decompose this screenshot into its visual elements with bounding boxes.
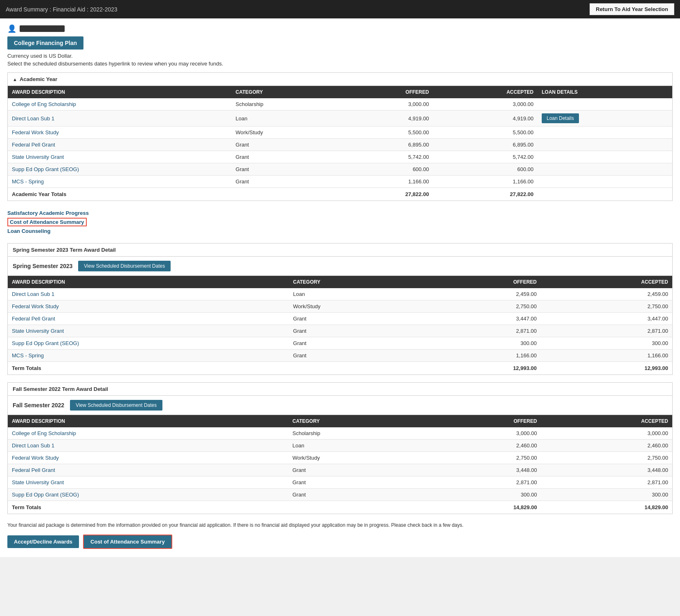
- col-category: CATEGORY: [232, 86, 338, 98]
- category-cell: Work/Study: [232, 126, 338, 139]
- loan-details-cell: [538, 139, 672, 151]
- category-cell: Grant: [289, 325, 422, 337]
- user-row: 👤: [7, 24, 673, 33]
- loan-details-cell: Loan Details: [538, 111, 672, 126]
- col-award-description: AWARD DESCRIPTION: [8, 86, 232, 98]
- chevron-up-icon: ▲: [13, 77, 17, 82]
- award-description-cell: Federal Work Study: [8, 452, 288, 464]
- award-description-cell: Direct Loan Sub 1: [8, 111, 232, 126]
- accepted-cell: 300.00: [541, 489, 672, 501]
- offered-cell: 1,166.00: [422, 350, 541, 362]
- award-link[interactable]: Direct Loan Sub 1: [12, 291, 54, 297]
- col-spring-award-description: AWARD DESCRIPTION: [8, 276, 289, 288]
- award-description-cell: Federal Pell Grant: [8, 464, 288, 476]
- accepted-cell: 6,895.00: [433, 139, 538, 151]
- spring-term-sub-header: Spring Semester 2023 View Scheduled Disb…: [8, 257, 672, 276]
- offered-cell: 3,447.00: [422, 313, 541, 325]
- accepted-cell: 5,500.00: [433, 126, 538, 139]
- category-cell: Loan: [232, 111, 338, 126]
- academic-year-table: AWARD DESCRIPTION CATEGORY OFFERED ACCEP…: [8, 86, 672, 201]
- award-link[interactable]: Federal Work Study: [12, 455, 59, 461]
- award-link[interactable]: Federal Pell Grant: [12, 467, 55, 473]
- category-cell: Grant: [289, 337, 422, 350]
- spring-view-dates-button[interactable]: View Scheduled Disbursement Dates: [78, 261, 171, 271]
- award-link[interactable]: Supp Ed Opp Grant (SEOG): [12, 340, 79, 346]
- accepted-cell: 3,000.00: [433, 98, 538, 111]
- award-link[interactable]: Federal Work Study: [12, 129, 59, 135]
- offered-cell: 2,460.00: [422, 440, 541, 452]
- award-description-cell: Federal Pell Grant: [8, 313, 289, 325]
- award-description-cell: Supp Ed Opp Grant (SEOG): [8, 337, 289, 350]
- accepted-cell: 2,460.00: [541, 440, 672, 452]
- coa-summary-button[interactable]: Cost of Attendance Summary: [83, 535, 172, 549]
- loan-details-cell: [538, 163, 672, 176]
- fall-totals-label: Term Totals: [8, 501, 288, 514]
- award-link[interactable]: Direct Loan Sub 1: [12, 442, 54, 449]
- satisfactory-academic-progress-link[interactable]: Satisfactory Academic Progress: [7, 210, 673, 216]
- award-link[interactable]: State University Grant: [12, 479, 64, 485]
- academic-year-totals-row: Academic Year Totals 27,822.00 27,822.00: [8, 188, 672, 201]
- award-link[interactable]: Federal Pell Grant: [12, 316, 55, 322]
- table-row: College of Eng Scholarship Scholarship 3…: [8, 98, 672, 111]
- award-link[interactable]: College of Eng Scholarship: [12, 430, 76, 436]
- award-link[interactable]: MCS - Spring: [12, 352, 44, 359]
- col-offered: OFFERED: [338, 86, 433, 98]
- offered-cell: 5,742.00: [338, 151, 433, 163]
- award-link[interactable]: MCS - Spring: [12, 178, 44, 185]
- accepted-cell: 2,871.00: [541, 325, 672, 337]
- accepted-cell: 300.00: [541, 337, 672, 350]
- spring-term-title: Spring Semester 2023: [13, 263, 72, 269]
- award-description-cell: State University Grant: [8, 151, 232, 163]
- table-row: State University Grant Grant 2,871.00 2,…: [8, 476, 672, 489]
- college-financing-plan-button[interactable]: College Financing Plan: [7, 36, 83, 50]
- award-description-cell: Direct Loan Sub 1: [8, 440, 288, 452]
- table-row: MCS - Spring Grant 1,166.00 1,166.00: [8, 350, 672, 362]
- currency-note: Currency used is US Dollar.: [7, 53, 673, 59]
- col-spring-offered: OFFERED: [422, 276, 541, 288]
- offered-cell: 2,750.00: [422, 452, 541, 464]
- accepted-cell: 2,750.00: [541, 452, 672, 464]
- award-link[interactable]: Supp Ed Opp Grant (SEOG): [12, 492, 79, 498]
- links-section: Satisfactory Academic Progress Cost of A…: [7, 208, 673, 237]
- accepted-cell: 2,871.00: [541, 476, 672, 489]
- award-link[interactable]: State University Grant: [12, 328, 64, 334]
- loan-details-button[interactable]: Loan Details: [542, 113, 579, 123]
- accepted-cell: 2,459.00: [541, 288, 672, 300]
- col-fall-offered: OFFERED: [422, 415, 541, 427]
- accepted-cell: 3,447.00: [541, 313, 672, 325]
- main-content: 👤 College Financing Plan Currency used i…: [0, 18, 680, 557]
- spring-term-section: Spring Semester 2023 Term Award Detail S…: [7, 243, 673, 375]
- col-spring-accepted: ACCEPTED: [541, 276, 672, 288]
- category-cell: Loan: [288, 440, 423, 452]
- fall-view-dates-button[interactable]: View Scheduled Disbursement Dates: [70, 400, 162, 411]
- category-cell: Grant: [289, 350, 422, 362]
- disbursement-note: Select the scheduled disbursements dates…: [7, 61, 673, 67]
- offered-cell: 4,919.00: [338, 111, 433, 126]
- award-link[interactable]: Federal Pell Grant: [12, 142, 55, 148]
- award-link[interactable]: College of Eng Scholarship: [12, 101, 76, 107]
- table-row: Federal Pell Grant Grant 3,448.00 3,448.…: [8, 464, 672, 476]
- offered-cell: 1,166.00: [338, 176, 433, 188]
- award-link[interactable]: Federal Work Study: [12, 303, 59, 309]
- loan-counseling-link[interactable]: Loan Counseling: [7, 228, 673, 234]
- col-accepted: ACCEPTED: [433, 86, 538, 98]
- offered-cell: 2,750.00: [422, 300, 541, 313]
- table-row: Federal Pell Grant Grant 6,895.00 6,895.…: [8, 139, 672, 151]
- fall-term-sub-header: Fall Semester 2022 View Scheduled Disbur…: [8, 396, 672, 415]
- category-cell: Grant: [232, 139, 338, 151]
- cost-of-attendance-summary-link[interactable]: Cost of Attendance Summary: [7, 218, 87, 226]
- academic-year-section: ▲ Academic Year AWARD DESCRIPTION CATEGO…: [7, 72, 673, 201]
- accepted-cell: 3,448.00: [541, 464, 672, 476]
- category-cell: Grant: [232, 176, 338, 188]
- award-link[interactable]: Supp Ed Opp Grant (SEOG): [12, 166, 79, 172]
- spring-total-accepted: 12,993.00: [541, 362, 672, 375]
- col-loan-details: LOAN DETAILS: [538, 86, 672, 98]
- totals-label: Academic Year Totals: [8, 188, 232, 201]
- accepted-cell: 1,166.00: [433, 176, 538, 188]
- accept-decline-awards-button[interactable]: Accept/Decline Awards: [7, 535, 79, 548]
- return-to-aid-year-button[interactable]: Return To Aid Year Selection: [590, 3, 674, 15]
- fall-term-title: Fall Semester 2022: [13, 402, 64, 408]
- award-link[interactable]: State University Grant: [12, 154, 64, 160]
- offered-cell: 300.00: [422, 489, 541, 501]
- award-link[interactable]: Direct Loan Sub 1: [12, 115, 54, 122]
